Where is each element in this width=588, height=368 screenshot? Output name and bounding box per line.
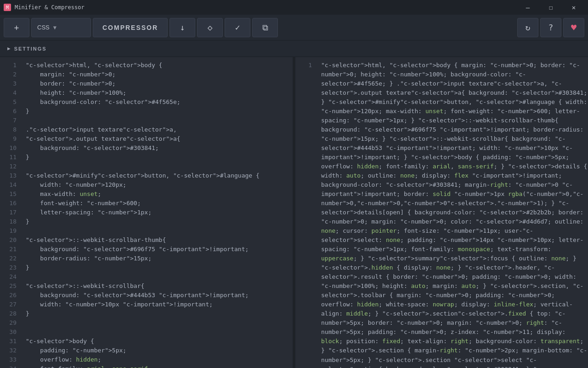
line-number: 32 [0, 346, 22, 355]
line-number: 21 [0, 245, 22, 254]
language-label: CSS [37, 24, 50, 31]
add-button[interactable]: + [4, 18, 29, 37]
code-line: width: "c-number">120px; [26, 180, 293, 190]
line-number: 23 [0, 263, 22, 272]
minimize-button[interactable]: — [517, 0, 538, 15]
language-selector[interactable]: CSS ▼ [31, 18, 91, 37]
code-line: max-width: unset; [26, 190, 293, 199]
code-line [26, 272, 293, 282]
line-number: 24 [0, 272, 22, 282]
download-button[interactable]: ↓ [170, 18, 195, 37]
line-number: 14 [0, 180, 22, 190]
right-line-numbers: 1 [295, 57, 317, 368]
main-content: 1234567891011121314151617181920212223242… [0, 57, 588, 368]
right-line-num-1: 1 [295, 61, 317, 70]
line-number: 4 [0, 88, 22, 98]
line-number: 20 [0, 236, 22, 245]
left-line-numbers: 1234567891011121314151617181920212223242… [0, 57, 22, 368]
left-code-content[interactable]: "c-selector">html, "c-selector">body { m… [22, 57, 293, 368]
line-number: 6 [0, 107, 22, 116]
code-line [26, 328, 293, 337]
code-line: "c-selector">::-webkit-scrollbar{ [26, 282, 293, 291]
code-line: width: "c-number">10px "c-important">!im… [26, 300, 293, 309]
line-number: 30 [0, 328, 22, 337]
titlebar-left: M Minifier & Compressor [4, 4, 85, 11]
code-line [26, 226, 293, 236]
code-line: } [26, 217, 293, 226]
chevron-down-icon: ▼ [53, 24, 57, 31]
code-line: ."c-selector">input textare"c-selector">… [26, 125, 293, 134]
code-line: background: "c-selector">#444b53 "c-impo… [26, 291, 293, 300]
code-line: "c-selector">html, "c-selector">body { [26, 61, 293, 70]
code-line: background: "c-selector">#696f75 "c-impo… [26, 245, 293, 254]
code-line: "c-selector">::-webkit-scrollbar-thumb{ [26, 236, 293, 245]
code-line: border-radius: "c-number">15px; [26, 254, 293, 263]
line-number: 13 [0, 171, 22, 180]
line-number: 15 [0, 190, 22, 199]
code-line: } [26, 309, 293, 318]
code-line: "c-selector">.output textare"c-selector"… [26, 134, 293, 144]
code-line: font-weight: "c-number">600; [26, 199, 293, 208]
help-button[interactable]: ? [540, 18, 561, 37]
code-line: "c-selector">#minify"c-selector">button,… [26, 171, 293, 180]
line-number: 29 [0, 318, 22, 328]
code-line: background-color: "c-selector">#4f565e; [26, 98, 293, 107]
toolbar: + CSS ▼ COMPRESSOR ↓ ◇ ✓ ⧉ ↻ ? ♥ [0, 15, 588, 40]
code-line: font-family: arial, sans-serif; [26, 364, 293, 368]
left-code-panel: 1234567891011121314151617181920212223242… [0, 57, 293, 368]
line-number: 9 [0, 134, 22, 144]
refresh-button[interactable]: ↻ [517, 18, 538, 37]
code-line: padding: "c-number">5px; [26, 346, 293, 355]
compressor-button[interactable]: COMPRESSOR [93, 18, 168, 37]
code-line: height: "c-number">100%; [26, 88, 293, 98]
code-line: } [26, 153, 293, 162]
window-controls: — ☐ ✕ [517, 0, 584, 15]
compressor-label: COMPRESSOR [102, 24, 158, 31]
line-number: 22 [0, 254, 22, 263]
right-code-text[interactable]: "c-selector">html, "c-selector">body { m… [317, 57, 588, 368]
code-line: "c-selector">body { [26, 337, 293, 346]
copy-button[interactable]: ⧉ [252, 18, 278, 37]
code-line: border: "c-number">0; [26, 79, 293, 88]
line-number: 3 [0, 79, 22, 88]
heart-button[interactable]: ♥ [563, 18, 584, 37]
line-number: 28 [0, 309, 22, 318]
code-line: } [26, 107, 293, 116]
line-number: 8 [0, 125, 22, 134]
line-number: 19 [0, 226, 22, 236]
line-number: 26 [0, 291, 22, 300]
line-number: 2 [0, 70, 22, 79]
line-number: 5 [0, 98, 22, 107]
line-number: 12 [0, 162, 22, 171]
code-line: margin: "c-number">0; [26, 70, 293, 79]
line-number: 31 [0, 337, 22, 346]
line-number: 11 [0, 153, 22, 162]
right-code-panel: 1 "c-selector">html, "c-selector">body {… [295, 57, 588, 368]
line-number: 10 [0, 144, 22, 153]
code-line: background: "c-selector">#303841; [26, 144, 293, 153]
settings-label: SETTINGS [14, 46, 47, 52]
clean-button[interactable]: ◇ [197, 18, 223, 37]
line-number: 27 [0, 300, 22, 309]
line-number: 33 [0, 355, 22, 364]
app-title: Minifier & Compressor [15, 4, 85, 11]
toolbar-right: ↻ ? ♥ [517, 18, 584, 37]
titlebar: M Minifier & Compressor — ☐ ✕ [0, 0, 588, 15]
maximize-button[interactable]: ☐ [540, 0, 561, 15]
line-number: 25 [0, 282, 22, 291]
code-line: overflow: hidden; [26, 355, 293, 364]
line-number: 17 [0, 208, 22, 217]
code-line: letter-spacing: "c-number">1px; [26, 208, 293, 217]
close-button[interactable]: ✕ [563, 0, 584, 15]
code-line: } [26, 263, 293, 272]
code-line [26, 318, 293, 328]
settings-arrow-icon: ▶ [7, 46, 11, 52]
settings-bar[interactable]: ▶ SETTINGS [0, 40, 588, 57]
line-number: 34 [0, 364, 22, 368]
app-icon: M [4, 4, 11, 11]
check-button[interactable]: ✓ [225, 18, 250, 37]
code-line [26, 162, 293, 171]
svg-text:M: M [6, 5, 9, 10]
line-number: 16 [0, 199, 22, 208]
line-number: 1 [0, 61, 22, 70]
